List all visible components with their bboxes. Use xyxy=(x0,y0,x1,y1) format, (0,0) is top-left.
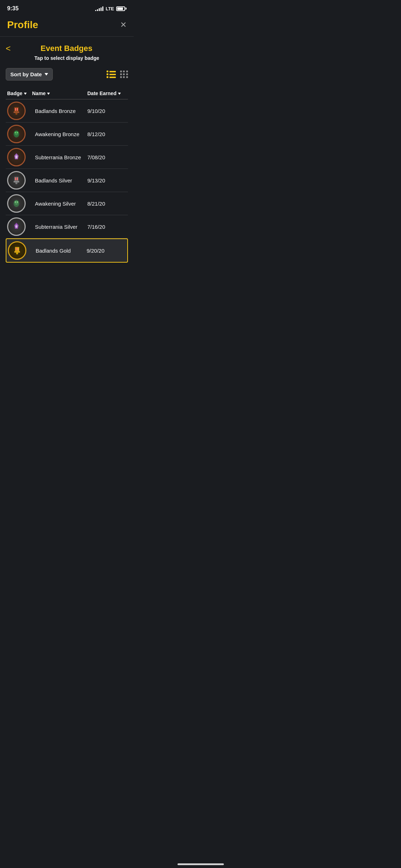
table-row[interactable]: Subterrania Bronze 7/08/20 xyxy=(6,146,128,169)
date-sort-icon xyxy=(118,93,121,95)
badge-name: Badlands Gold xyxy=(33,248,87,254)
svg-rect-26 xyxy=(17,248,19,250)
svg-rect-0 xyxy=(14,107,19,112)
badge-date: 7/08/20 xyxy=(87,154,127,160)
battery-icon xyxy=(116,6,127,11)
badge-image xyxy=(7,148,26,166)
signal-bars-icon xyxy=(95,6,103,11)
list-view-button[interactable] xyxy=(107,71,116,78)
status-bar: 9:35 LTE xyxy=(0,0,134,16)
badge-cell xyxy=(7,148,32,166)
svg-point-7 xyxy=(15,132,16,133)
table-row-selected[interactable]: Badlands Gold 9/20/20 xyxy=(6,238,128,263)
badge-date: 9/20/20 xyxy=(87,248,126,254)
badge-cell xyxy=(8,241,33,260)
badge-cell xyxy=(7,217,32,236)
badge-cell xyxy=(7,125,32,143)
back-button[interactable]: < xyxy=(6,44,14,53)
sub-header: < Event Badges xyxy=(6,44,128,53)
badge-name: Badlands Silver xyxy=(32,177,87,184)
badge-table: Badge Name Date Earned xyxy=(6,88,128,263)
svg-rect-25 xyxy=(16,248,17,250)
status-icons: LTE xyxy=(95,6,127,11)
svg-rect-1 xyxy=(15,108,16,111)
badge-image xyxy=(7,217,26,236)
svg-point-8 xyxy=(17,132,18,133)
sort-label: Sort by Date xyxy=(10,71,42,77)
svg-point-18 xyxy=(15,201,18,205)
header: Profile ✕ xyxy=(0,16,134,36)
svg-rect-12 xyxy=(14,177,19,182)
badge-name: Awakening Silver xyxy=(32,201,87,207)
badge-image xyxy=(7,102,26,120)
table-row[interactable]: Awakening Silver 8/21/20 xyxy=(6,192,128,215)
badge-image xyxy=(7,194,26,213)
badge-name: Awakening Bronze xyxy=(32,131,87,137)
badge-date: 7/16/20 xyxy=(87,224,127,230)
badge-date: 8/12/20 xyxy=(87,131,127,137)
name-sort-icon xyxy=(47,93,50,95)
page-title: Profile xyxy=(7,19,38,31)
column-date-earned: Date Earned xyxy=(87,91,127,96)
table-row[interactable]: Subterrania Silver 7/16/20 xyxy=(6,215,128,238)
svg-point-6 xyxy=(15,131,18,135)
badge-image xyxy=(8,241,26,260)
sub-description: Tap to select display badge xyxy=(6,55,128,61)
page-content: < Event Badges Tap to select display bad… xyxy=(0,37,134,270)
dropdown-arrow-icon xyxy=(45,73,48,76)
status-time: 9:35 xyxy=(7,5,19,12)
badge-cell xyxy=(7,102,32,120)
controls-row: Sort by Date xyxy=(6,68,128,81)
table-row[interactable]: Badlands Silver 9/13/20 xyxy=(6,169,128,192)
badge-cell xyxy=(7,171,32,190)
badge-name: Subterrania Silver xyxy=(32,224,87,230)
svg-rect-24 xyxy=(15,247,19,252)
badge-date: 9/10/20 xyxy=(87,108,127,114)
badge-image xyxy=(7,171,26,190)
table-row[interactable]: Awakening Bronze 8/12/20 xyxy=(6,123,128,146)
badge-image xyxy=(7,125,26,143)
column-name: Name xyxy=(32,91,87,96)
svg-point-28 xyxy=(16,252,18,254)
svg-rect-2 xyxy=(17,108,18,111)
badge-name: Subterrania Bronze xyxy=(32,154,87,160)
svg-rect-13 xyxy=(15,177,16,180)
sort-by-date-button[interactable]: Sort by Date xyxy=(6,68,53,81)
badge-sort-icon xyxy=(24,93,27,95)
svg-point-19 xyxy=(15,201,16,203)
svg-point-16 xyxy=(15,182,17,184)
lte-icon: LTE xyxy=(106,6,114,11)
grid-view-button[interactable] xyxy=(120,71,128,78)
close-button[interactable]: ✕ xyxy=(120,21,127,29)
sub-title: Event Badges xyxy=(14,44,128,53)
column-badge: Badge xyxy=(7,91,32,96)
table-header: Badge Name Date Earned xyxy=(6,88,128,99)
badge-name: Badlands Bronze xyxy=(32,108,87,114)
badge-date: 9/13/20 xyxy=(87,177,127,184)
svg-point-20 xyxy=(17,201,18,203)
svg-point-4 xyxy=(15,113,17,115)
svg-rect-14 xyxy=(17,177,18,180)
view-toggle xyxy=(107,71,128,78)
badge-date: 8/21/20 xyxy=(87,201,127,207)
badge-cell xyxy=(7,194,32,213)
table-row[interactable]: Badlands Bronze 9/10/20 xyxy=(6,99,128,123)
